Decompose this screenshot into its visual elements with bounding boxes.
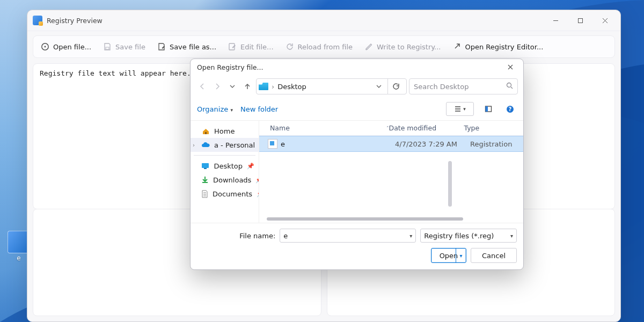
svg-text:?: ? [508,106,511,112]
svg-point-5 [507,83,511,87]
nav-up-button[interactable] [241,79,254,93]
reload-label: Reload from file [298,43,353,51]
reload-button[interactable]: Reload from file [280,39,358,54]
sidebar-item-personal[interactable]: › a - Personal [191,138,259,152]
minimize-button[interactable] [543,12,568,28]
sidebar-item-home[interactable]: Home [191,124,259,138]
sidebar-desktop-label: Desktop [214,162,243,170]
filename-label: File name: [197,232,275,240]
chevron-down-icon[interactable] [373,83,385,91]
reg-file-icon [268,139,277,149]
filename-row: File name: e ▾ Registry files (*.reg) ▾ [197,229,517,243]
sidebar-downloads-label: Downloads [213,176,251,184]
search-icon [506,82,513,91]
dialog-close-button[interactable] [501,61,520,74]
dialog-nav: › Desktop Search Desktop [191,75,523,100]
chevron-down-icon: ▾ [230,107,233,113]
refresh-button[interactable] [387,79,404,94]
sidebar-personal-label: a - Personal [214,141,255,149]
divider [194,155,255,156]
list-header: Name ˄ Date modified Type [259,121,523,136]
write-icon [364,42,373,51]
chevron-down-icon[interactable]: ▾ [456,248,466,262]
nav-recent-button[interactable] [226,79,239,93]
sidebar-scrollbar[interactable] [448,161,452,207]
preview-pane-button[interactable] [481,103,495,115]
open-file-button[interactable]: Open file... [35,39,97,54]
write-button[interactable]: Write to Registry... [359,39,446,54]
dialog-sidebar: Home › a - Personal Desktop 📌 [191,121,259,223]
sidebar-documents-label: Documents [213,190,252,198]
documents-icon [201,189,208,198]
svg-rect-12 [204,168,207,169]
dialog-title: Open Registry file... [197,63,501,71]
chevron-down-icon[interactable]: ▾ [409,233,412,239]
maximize-button[interactable] [568,12,592,28]
chevron-down-icon[interactable]: ▾ [510,233,513,239]
external-icon [452,42,461,51]
cloud-icon [201,141,210,149]
save-file-button[interactable]: Save file [98,39,151,54]
col-type[interactable]: Type [464,124,524,132]
list-item[interactable]: e 4/7/2023 7:29 AM Registration [259,136,523,152]
svg-rect-10 [205,132,207,134]
open-file-icon [41,42,49,51]
svg-point-2 [45,46,46,48]
pin-icon: 📌 [247,163,254,170]
search-input[interactable]: Search Desktop [409,78,518,94]
filetype-select[interactable]: Registry files (*.reg) ▾ [420,229,517,243]
chevron-right-icon: › [193,142,195,148]
open-button[interactable]: Open ▾ [431,248,466,263]
save-icon [103,42,112,51]
nav-back-button[interactable] [196,79,209,93]
dialog-buttons: Open ▾ Cancel [197,248,517,263]
write-label: Write to Registry... [377,43,441,51]
filename-input[interactable]: e ▾ [280,229,416,243]
open-file-label: Open file... [53,43,91,51]
organize-menu[interactable]: Organize ▾ [197,105,233,113]
filetype-value: Registry files (*.reg) [424,232,494,240]
col-name[interactable]: Name [259,124,396,132]
breadcrumb-location: Desktop [277,83,306,91]
breadcrumb[interactable]: › Desktop [256,78,407,94]
help-button[interactable]: ? [503,103,517,115]
placeholder-text: Registry file text will appear here. [40,69,191,77]
close-button[interactable] [592,12,617,28]
chevron-right-icon: › [272,83,274,91]
window-title: Registry Preview [47,17,543,25]
desktop-folder-icon [201,162,209,170]
svg-rect-0 [578,18,582,23]
save-as-button[interactable]: Save file as... [152,39,222,54]
dialog-toolbar: Organize ▾ New folder ▾ ? [191,100,523,121]
cancel-button[interactable]: Cancel [471,248,517,263]
edit-file-label: Edit file... [240,43,274,51]
svg-rect-7 [486,106,488,112]
search-placeholder: Search Desktop [414,83,469,91]
dialog-body: Home › a - Personal Desktop 📌 [191,121,523,223]
file-name: e [281,140,395,148]
open-file-dialog: Open Registry file... › Desktop [190,58,524,270]
open-editor-button[interactable]: Open Registry Editor... [447,39,548,54]
titlebar: Registry Preview [27,10,620,31]
sidebar-item-desktop[interactable]: Desktop 📌 [191,159,259,173]
reload-icon [286,42,294,51]
pin-icon: 📌 [255,177,259,184]
dialog-footer: File name: e ▾ Registry files (*.reg) ▾ … [191,223,523,269]
save-file-label: Save file [115,43,145,51]
dialog-titlebar: Open Registry file... [191,59,523,75]
downloads-icon [201,175,209,184]
col-date[interactable]: Date modified [389,124,464,132]
new-folder-button[interactable]: New folder [240,105,278,113]
app-icon [33,16,42,25]
view-mode-button[interactable]: ▾ [446,102,474,116]
sidebar-home-label: Home [214,127,235,135]
save-as-icon [157,42,166,51]
folder-icon [259,83,268,90]
file-list: Name ˄ Date modified Type e 4/7/2023 7:2… [259,121,523,223]
sidebar-item-documents[interactable]: Documents 📌 [191,187,259,201]
edit-file-button[interactable]: Edit file... [223,39,279,54]
nav-forward-button[interactable] [211,79,224,93]
sidebar-item-downloads[interactable]: Downloads 📌 [191,173,259,187]
edit-icon [228,42,237,51]
horizontal-scrollbar[interactable] [267,217,463,221]
